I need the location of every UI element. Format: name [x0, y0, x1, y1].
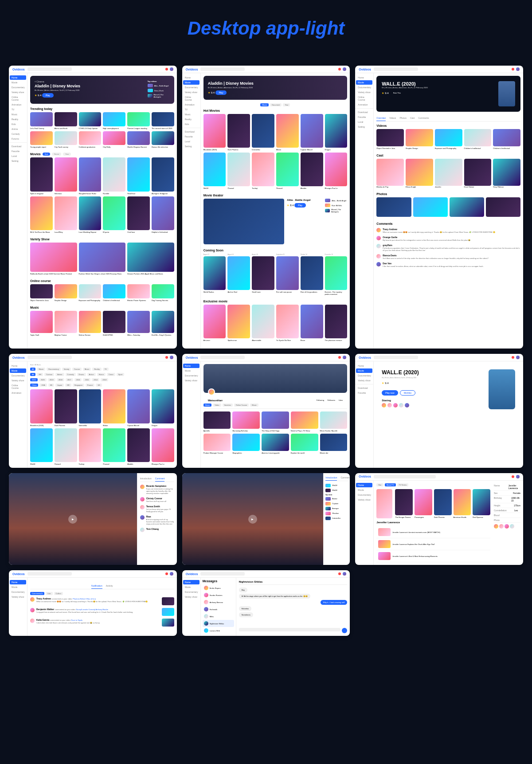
message-input[interactable]: [239, 628, 341, 631]
play-button[interactable]: Play now: [382, 390, 398, 396]
star-icon: ★: [35, 94, 37, 97]
screen-detail2: Ovideos Home Movie Documentary Variety s…: [355, 354, 523, 467]
logo[interactable]: Ovideos: [12, 68, 25, 71]
poster: [489, 369, 515, 409]
screen-movies: Ovideos Home Movie Documentary Variety s…: [182, 66, 350, 349]
page-title: Desktop app-light: [9, 18, 523, 39]
screen-filters: Ovideos Home Movie Documentary Variety s…: [9, 354, 177, 467]
avatar[interactable]: [170, 67, 173, 71]
screen-player-queue: ▶ Introduction Comment Wall-E Wall-E Up …: [182, 473, 350, 565]
screen-detail: Ovideos Home Movie Documentary Variety s…: [355, 66, 523, 349]
bell-icon[interactable]: [165, 68, 168, 71]
search-input[interactable]: [27, 67, 72, 71]
movie-poster: [498, 81, 515, 106]
screen-search: Ovideos Home Movie Documentary Variety s…: [355, 473, 523, 565]
sidebar: Home Movie Documentary Variety show Onli…: [9, 73, 27, 349]
screen-messages: Ovideos Home Movie Documentary Variety s…: [182, 570, 350, 636]
profile-avatar[interactable]: [208, 388, 215, 396]
play-icon[interactable]: ▶: [248, 515, 257, 524]
nav-home[interactable]: Home: [10, 75, 26, 80]
send-button[interactable]: [342, 628, 347, 633]
wishlist-button[interactable]: Wishlist: [400, 390, 415, 396]
screen-home: Ovideos Home Movie Documentary Variety s…: [9, 66, 177, 349]
screen-notifications: Ovideos Home Movie Documentary Variety s…: [9, 570, 177, 636]
screen-profile: Ovideos Home Movie Documentary Variety s…: [182, 354, 350, 467]
header: Ovideos: [9, 66, 177, 73]
play-icon[interactable]: ▶: [68, 515, 77, 524]
screen-player-comments: ▶ Introduction Comment Ricardo Sampleton…: [9, 473, 177, 565]
play-button[interactable]: Play: [42, 93, 54, 98]
hero-banner: < Cinema Aladdin | Disney Movies 0h 28 m…: [30, 76, 174, 104]
